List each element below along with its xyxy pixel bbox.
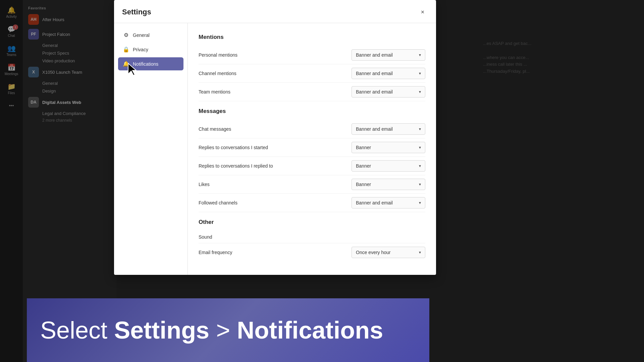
- followed-channels-label: Followed channels: [199, 200, 237, 205]
- replies-replied-dropdown[interactable]: Banner ▾: [352, 160, 425, 172]
- modal-title: Settings: [122, 8, 151, 16]
- chat-messages-label: Chat messages: [199, 126, 231, 132]
- messages-section-title: Messages: [199, 108, 425, 115]
- settings-modal: Settings × ⚙ General 🔒 Privacy 🔔 Notific…: [114, 0, 436, 275]
- team-mentions-dropdown[interactable]: Banner and email ▾: [352, 86, 425, 98]
- mentions-section-title: Mentions: [199, 34, 425, 41]
- general-label: General: [133, 33, 150, 38]
- banner-text-separator: >: [209, 317, 237, 344]
- sound-row: Sound: [199, 231, 425, 243]
- banner-text-bold1: Settings: [114, 317, 209, 344]
- team-mentions-label: Team mentions: [199, 89, 230, 95]
- channel-mentions-chevron: ▾: [419, 71, 421, 76]
- personal-mentions-label: Personal mentions: [199, 52, 237, 58]
- likes-chevron: ▾: [419, 182, 421, 187]
- personal-mentions-value: Banner and email: [356, 52, 393, 58]
- chat-messages-value: Banner and email: [356, 126, 393, 132]
- settings-nav-general[interactable]: ⚙ General: [118, 28, 183, 42]
- replies-replied-value: Banner: [356, 163, 371, 169]
- replies-started-label: Replies to conversations I started: [199, 145, 268, 150]
- personal-mentions-row: Personal mentions Banner and email ▾: [199, 46, 425, 64]
- channel-mentions-row: Channel mentions Banner and email ▾: [199, 64, 425, 83]
- chat-messages-chevron: ▾: [419, 127, 421, 131]
- personal-mentions-dropdown[interactable]: Banner and email ▾: [352, 49, 425, 61]
- banner-text: Select Settings > Notifications: [40, 316, 383, 344]
- banner-text-bold2: Notifications: [237, 317, 383, 344]
- modal-header: Settings ×: [114, 0, 436, 23]
- replies-started-row: Replies to conversations I started Banne…: [199, 138, 425, 157]
- likes-dropdown[interactable]: Banner ▾: [352, 179, 425, 190]
- chat-messages-row: Chat messages Banner and email ▾: [199, 120, 425, 138]
- bottom-banner: Select Settings > Notifications: [27, 298, 429, 362]
- gear-icon: ⚙: [123, 32, 129, 38]
- settings-nav-privacy[interactable]: 🔒 Privacy: [118, 43, 183, 56]
- likes-label: Likes: [199, 182, 210, 187]
- replies-replied-label: Replies to conversations I replied to: [199, 163, 273, 169]
- email-frequency-value: Once every hour: [356, 250, 391, 255]
- lock-icon: 🔒: [123, 46, 129, 53]
- email-frequency-label: Email frequency: [199, 250, 232, 255]
- channel-mentions-dropdown[interactable]: Banner and email ▾: [352, 68, 425, 79]
- settings-sidebar: ⚙ General 🔒 Privacy 🔔 Notifications: [114, 23, 188, 275]
- likes-row: Likes Banner ▾: [199, 175, 425, 194]
- personal-mentions-chevron: ▾: [419, 53, 421, 57]
- privacy-label: Privacy: [133, 47, 148, 52]
- followed-channels-dropdown[interactable]: Banner and email ▾: [352, 197, 425, 208]
- replies-started-value: Banner: [356, 145, 371, 150]
- team-mentions-row: Team mentions Banner and email ▾: [199, 83, 425, 101]
- team-mentions-value: Banner and email: [356, 89, 393, 95]
- email-frequency-chevron: ▾: [419, 250, 421, 255]
- channel-mentions-label: Channel mentions: [199, 71, 236, 76]
- sound-label: Sound: [199, 234, 212, 240]
- followed-channels-value: Banner and email: [356, 200, 393, 205]
- replies-started-chevron: ▾: [419, 145, 421, 150]
- other-section-title: Other: [199, 219, 425, 226]
- settings-content: Mentions Personal mentions Banner and em…: [188, 23, 436, 275]
- replies-replied-row: Replies to conversations I replied to Ba…: [199, 157, 425, 175]
- bell-icon: 🔔: [123, 61, 129, 67]
- close-button[interactable]: ×: [417, 7, 428, 17]
- chat-messages-dropdown[interactable]: Banner and email ▾: [352, 123, 425, 135]
- followed-channels-row: Followed channels Banner and email ▾: [199, 194, 425, 212]
- replies-replied-chevron: ▾: [419, 164, 421, 168]
- email-frequency-dropdown[interactable]: Once every hour ▾: [352, 247, 425, 258]
- replies-started-dropdown[interactable]: Banner ▾: [352, 142, 425, 153]
- channel-mentions-value: Banner and email: [356, 71, 393, 76]
- banner-text-normal: Select: [40, 317, 114, 344]
- settings-nav-notifications[interactable]: 🔔 Notifications: [118, 57, 183, 70]
- notifications-label: Notifications: [133, 61, 158, 67]
- followed-channels-chevron: ▾: [419, 200, 421, 205]
- team-mentions-chevron: ▾: [419, 89, 421, 94]
- modal-body: ⚙ General 🔒 Privacy 🔔 Notifications Ment…: [114, 23, 436, 275]
- likes-value: Banner: [356, 182, 371, 187]
- email-frequency-row: Email frequency Once every hour ▾: [199, 243, 425, 261]
